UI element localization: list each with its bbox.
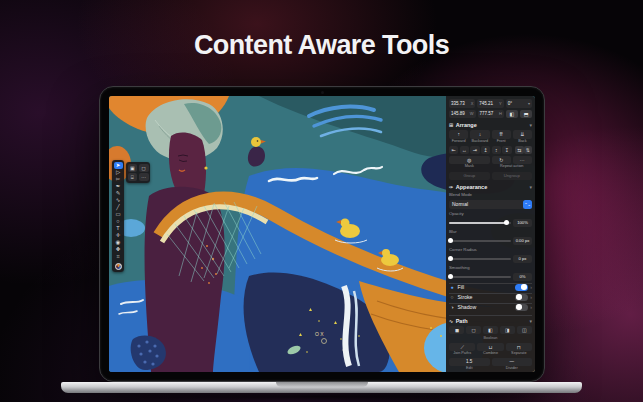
stroke-row[interactable]: ○ Stroke › — [449, 293, 532, 301]
ungroup-button[interactable]: Ungroup — [492, 172, 533, 180]
boolean-op-button[interactable]: ◫ — [517, 326, 532, 334]
blend-mode-dropdown[interactable]: Normal ⌃⌄ — [449, 200, 532, 209]
order-button[interactable]: ↓ Backward — [470, 130, 489, 144]
opacity-slider[interactable] — [449, 222, 511, 224]
path-section-header[interactable]: ∿ Path ▾ — [449, 315, 532, 324]
app-screen: O X — [109, 96, 535, 372]
inspector-panel: 335.73 X 745.21 Y 0° ▾ 145.89 W 77 — [446, 96, 535, 372]
align-button[interactable]: ↧ — [502, 146, 511, 154]
width-field[interactable]: 145.89 W — [449, 110, 476, 119]
distribute-segment: ⇆⇅ — [515, 146, 532, 154]
camera-dot — [321, 91, 324, 94]
tool-icon[interactable]: ➤ — [114, 162, 123, 169]
chevron-right-icon: › — [530, 284, 532, 290]
opacity-label: Opacity — [449, 211, 532, 217]
blur-label: Blur — [449, 229, 532, 235]
flip-vertical-button[interactable]: ⬒ — [520, 110, 532, 119]
opacity-value[interactable]: 100% — [513, 219, 532, 227]
fill-icon: ● — [449, 284, 455, 290]
arrange-section-header[interactable]: ⊞ Arrange ▾ — [449, 122, 532, 128]
order-buttons-row: ↑ Forward ↓ Backward ⇈ Front ⇊ Back — [449, 130, 532, 144]
edit-field[interactable]: 1.5 Edit — [449, 358, 490, 372]
tool-option-icon[interactable]: ◻ — [139, 164, 149, 172]
align-button[interactable]: ↔ — [460, 146, 469, 154]
tool-icon[interactable]: ○ — [114, 218, 123, 225]
flip-horizontal-button[interactable]: ◧ — [506, 110, 518, 119]
tool-option-icon[interactable]: ⋯ — [139, 173, 149, 181]
corner-radius-value[interactable]: 0 px — [513, 255, 532, 263]
tool-icon[interactable]: ▷ — [114, 169, 123, 176]
tool-option-icon[interactable]: ▣ — [128, 164, 138, 172]
tool-icon[interactable]: ╱ — [114, 204, 123, 211]
path-button[interactable]: ⊓ Separate — [506, 343, 532, 357]
order-button[interactable]: ⇈ Front — [492, 130, 511, 144]
divider-field[interactable]: — Divider — [492, 358, 533, 372]
align-button[interactable]: ⇥ — [470, 146, 479, 154]
blur-slider[interactable] — [449, 240, 511, 242]
shadow-toggle[interactable] — [515, 304, 528, 311]
blur-value[interactable]: 0.00 px — [513, 237, 532, 245]
corner-radius-slider[interactable] — [449, 258, 511, 260]
align-button[interactable]: ⇤ — [449, 146, 458, 154]
rotation-field[interactable]: 0° ▾ — [506, 99, 532, 108]
chevron-down-icon: ▾ — [529, 184, 532, 190]
path-button[interactable]: ⟋ Join Paths — [449, 343, 475, 357]
tool-icon[interactable]: ✒ — [114, 183, 123, 190]
tool-icon[interactable]: ✥ — [114, 246, 123, 253]
order-button[interactable]: ↑ Forward — [449, 130, 468, 144]
y-field[interactable]: 745.21 Y — [477, 99, 503, 108]
tool-icon[interactable]: T — [114, 225, 123, 232]
stroke-toggle[interactable] — [515, 294, 528, 301]
boolean-op-button[interactable]: ◨ — [500, 326, 515, 334]
tool-palette: ➤▷✂✒✎∿╱▭○T✛◉✥⌗ — [112, 160, 124, 272]
chevron-right-icon: › — [530, 304, 532, 310]
path-button[interactable]: ⊔ Combine — [477, 343, 503, 357]
blur-slider-row: 0.00 px — [449, 237, 532, 245]
smoothing-value[interactable]: 0% — [513, 273, 532, 281]
distribute-button[interactable]: ⇅ — [524, 146, 533, 154]
align-button[interactable]: ↕ — [492, 146, 501, 154]
appearance-section-header[interactable]: ✑ Appearance ▾ — [449, 184, 532, 190]
smoothing-slider[interactable] — [449, 276, 511, 278]
tool-option-icon[interactable]: ⌸ — [128, 173, 138, 181]
align-row: ⇤↔⇥↥↕↧ ⇆⇅ — [449, 146, 532, 154]
size-row: 145.89 W 777.57 H ◧ ⬒ — [449, 110, 532, 119]
tool-icon[interactable]: ⌗ — [114, 253, 123, 260]
order-icon: ↓ — [470, 130, 489, 139]
height-field[interactable]: 777.57 H — [478, 110, 505, 119]
boolean-op-button[interactable]: ◼ — [449, 326, 464, 334]
order-icon: ↑ — [449, 130, 468, 139]
fill-toggle[interactable] — [515, 284, 528, 291]
tool-icon[interactable]: ✛ — [114, 232, 123, 239]
smoothing-label: Smoothing — [449, 265, 532, 271]
tool-icon[interactable]: ✂ — [114, 176, 123, 183]
boolean-op-button[interactable]: ◧ — [483, 326, 498, 334]
order-button[interactable]: ⇊ Back — [513, 130, 532, 144]
boolean-op-button[interactable]: ◻ — [466, 326, 481, 334]
dropdown-chevrons-icon: ⌃⌄ — [523, 200, 532, 209]
tool-icon[interactable]: ∿ — [114, 197, 123, 204]
corner-radius-slider-row: 0 px — [449, 255, 532, 263]
mask-button[interactable]: ◍ — [449, 156, 490, 164]
blend-mode-label: Blend Mode — [449, 192, 532, 198]
repeat-action-button[interactable]: ↻ — [492, 156, 512, 164]
path-icon: ∿ — [449, 318, 453, 324]
opacity-slider-row: 100% — [449, 219, 532, 227]
repeat-action-button[interactable]: ⋯ — [513, 156, 533, 164]
page-title: Content Aware Tools — [0, 30, 643, 61]
chevron-down-icon: ▾ — [529, 318, 532, 324]
group-button[interactable]: Group — [449, 172, 490, 180]
x-field[interactable]: 335.73 X — [449, 99, 475, 108]
distribute-button[interactable]: ⇆ — [515, 146, 524, 154]
order-icon: ⇈ — [492, 130, 511, 139]
tool-icon[interactable]: ✎ — [114, 190, 123, 197]
color-well[interactable] — [115, 263, 122, 270]
align-button[interactable]: ↥ — [481, 146, 490, 154]
shadow-row[interactable]: ◑ Shadow › — [449, 303, 532, 311]
fill-row[interactable]: ● Fill › — [449, 283, 532, 291]
laptop-base-notch — [276, 382, 368, 387]
laptop-shadow — [90, 392, 555, 401]
tool-icon[interactable]: ▭ — [114, 211, 123, 218]
tool-icon[interactable]: ◉ — [114, 239, 123, 246]
group-row: Group Ungroup — [449, 172, 532, 180]
